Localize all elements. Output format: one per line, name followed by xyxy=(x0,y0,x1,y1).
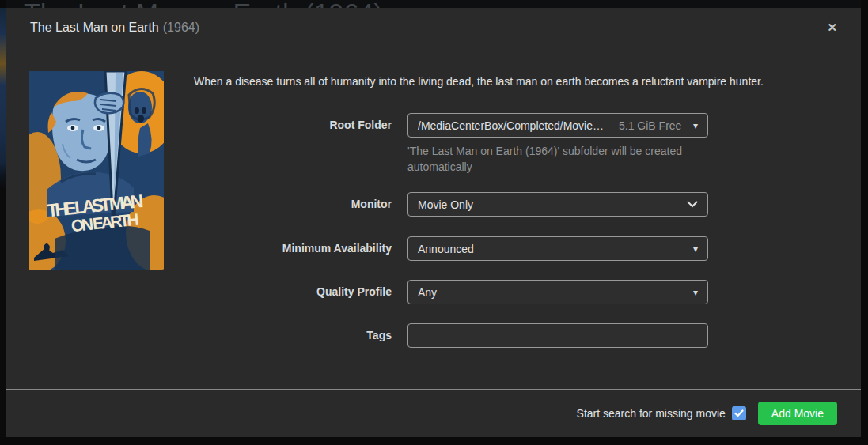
modal-header: The Last Man on Earth(1964) ✕ xyxy=(6,8,861,47)
movie-overview: When a disease turns all of humanity int… xyxy=(194,74,819,89)
quality-profile-value: Any xyxy=(418,286,437,299)
root-folder-value: /MediaCenterBox/Completed/Movies/… xyxy=(418,119,608,132)
tags-label: Tags xyxy=(6,323,392,348)
minimum-availability-value: Announced xyxy=(418,243,474,255)
background-page-left-sliver xyxy=(0,8,6,437)
caret-down-icon: ▾ xyxy=(693,244,698,254)
root-folder-row: Root Folder /MediaCenterBox/Completed/Mo… xyxy=(6,113,734,138)
add-movie-button[interactable]: Add Movie xyxy=(758,402,837,425)
minimum-availability-label: Minimum Availability xyxy=(6,236,392,261)
quality-profile-label: Quality Profile xyxy=(6,280,392,304)
monitor-label: Monitor xyxy=(6,192,392,217)
monitor-select[interactable]: Movie Only xyxy=(407,192,708,217)
add-movie-modal: The Last Man on Earth(1964) ✕ xyxy=(6,8,861,437)
caret-down-icon: ▾ xyxy=(693,121,698,130)
modal-footer: Start search for missing movie Add Movie xyxy=(6,389,861,437)
movie-title: The Last Man on Earth xyxy=(30,21,159,34)
chevron-down-icon xyxy=(687,201,698,208)
monitor-value: Movie Only xyxy=(418,198,473,211)
root-folder-helper-text: 'The Last Man on Earth (1964)' subfolder… xyxy=(407,143,710,175)
monitor-row: Monitor Movie Only xyxy=(6,192,734,217)
root-folder-select[interactable]: /MediaCenterBox/Completed/Movies/… 5.1 G… xyxy=(407,113,708,138)
quality-profile-row: Quality Profile Any ▾ xyxy=(6,280,734,304)
start-search-label: Start search for missing movie xyxy=(577,407,726,420)
background-page-title: The Last Man on Earth (1964) xyxy=(24,0,383,8)
root-folder-free-space: 5.1 GiB Free xyxy=(619,119,681,132)
movie-year: (1964) xyxy=(163,21,199,34)
caret-down-icon: ▾ xyxy=(693,288,698,297)
background-page-strip: The Last Man on Earth (1964) xyxy=(6,0,861,8)
minimum-availability-select[interactable]: Announced ▾ xyxy=(407,236,708,261)
modal-title: The Last Man on Earth(1964) xyxy=(30,21,199,35)
tags-input[interactable] xyxy=(407,323,708,348)
checkmark-icon xyxy=(734,409,744,417)
quality-profile-select[interactable]: Any ▾ xyxy=(407,280,708,304)
tags-row: Tags xyxy=(6,323,734,348)
start-search-checkbox[interactable] xyxy=(732,406,746,420)
close-icon[interactable]: ✕ xyxy=(822,17,842,38)
minimum-availability-row: Minimum Availability Announced ▾ xyxy=(6,236,734,261)
root-folder-label: Root Folder xyxy=(6,113,392,138)
